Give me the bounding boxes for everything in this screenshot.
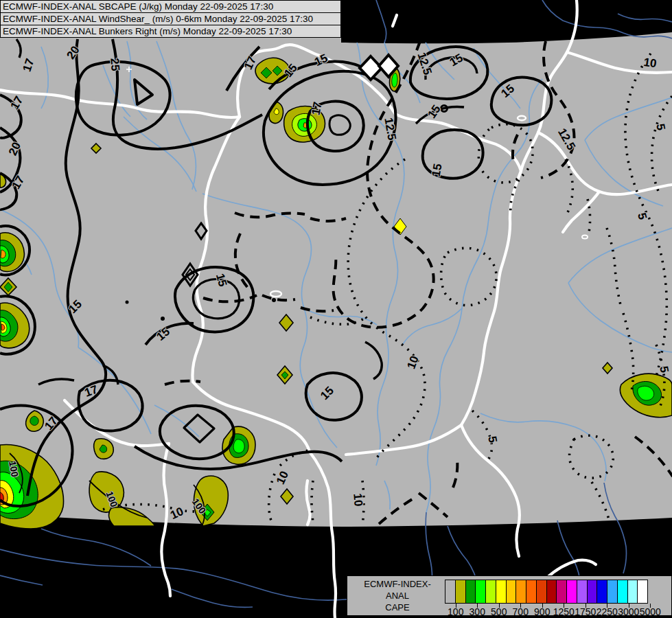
legend-title-line3: J/kg [353, 613, 442, 618]
legend-swatch [515, 580, 526, 604]
legend-swatch [637, 580, 648, 604]
weather-map-screenshot: 1720251720171715151715151515151515151717… [0, 0, 672, 618]
legend-swatch [607, 580, 618, 604]
legend-tick-label: 500 [491, 606, 507, 617]
legend-swatch [526, 580, 537, 604]
map-canvas [0, 0, 672, 618]
legend-title-line2: CAPE [353, 602, 442, 613]
legend-swatch [536, 580, 547, 604]
legend-swatch [617, 580, 628, 604]
contour-dot [272, 298, 276, 302]
contour-dot [161, 317, 165, 321]
legend-swatch [445, 580, 456, 604]
legend-swatch [596, 580, 607, 604]
legend-tick-label: 700 [513, 606, 529, 617]
legend-tick-label: 900 [534, 606, 550, 617]
legend-tick-label: 5000 [640, 606, 661, 617]
legend-swatch [455, 580, 466, 604]
legend-swatch [587, 580, 598, 604]
legend-tick-label: 1250 [553, 606, 575, 617]
legend-swatch [475, 580, 486, 604]
legend-swatch [465, 580, 476, 604]
legend-swatch [566, 580, 577, 604]
title-line-windshear: ECMWF-INDEX-ANAL WindShear_ (m/s) 0-6km … [0, 12, 341, 25]
cape-legend: ECMWF-INDEX-ANAL CAPE J/kg 1003005007009… [347, 575, 672, 616]
legend-swatch [506, 580, 517, 604]
legend-swatch [496, 580, 507, 604]
legend-title-line1: ECMWF-INDEX-ANAL [353, 578, 442, 602]
legend-tick-label: 300 [470, 606, 485, 617]
title-block: ECMWF-INDEX-ANAL SBCAPE (J/kg) Monday 22… [0, 0, 341, 38]
legend-tick-label: 100 [448, 606, 463, 617]
legend-tick-label: 3000 [618, 606, 639, 617]
legend-tick-label: 1750 [575, 606, 596, 617]
title-line-bunkers: ECMWF-INDEX-ANAL Bunkers Right (m/s) Mon… [0, 25, 341, 38]
legend-swatch [485, 580, 496, 604]
legend-title: ECMWF-INDEX-ANAL CAPE J/kg [353, 578, 442, 618]
contour-dot [126, 301, 129, 304]
title-line-sbcape: ECMWF-INDEX-ANAL SBCAPE (J/kg) Monday 22… [0, 0, 341, 13]
legend-swatch [577, 580, 588, 604]
legend-tick-label: 2250 [596, 606, 618, 617]
legend-swatch [627, 580, 638, 604]
legend-swatch [546, 580, 557, 604]
legend-swatch [556, 580, 567, 604]
legend-colorbar [445, 580, 648, 604]
